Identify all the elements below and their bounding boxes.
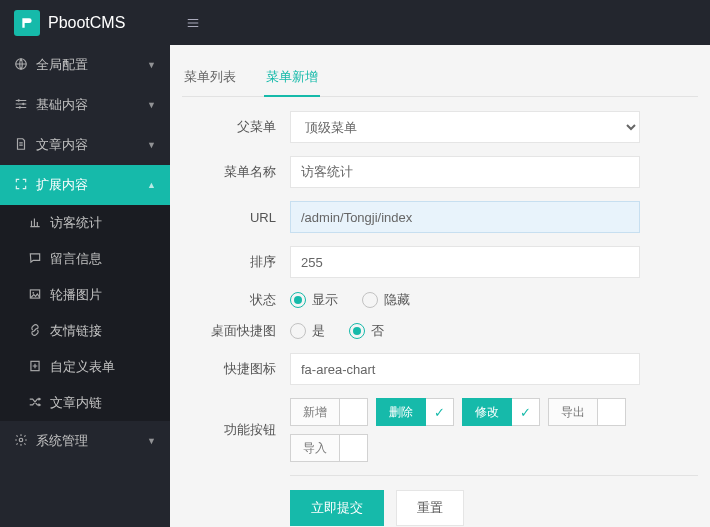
chevron-down-icon: ▼	[147, 140, 156, 150]
sidebar: 全局配置 ▼ 基础内容 ▼ 文章内容 ▼ 扩展内容 ▲ 访客统计 留言信息 轮播…	[0, 45, 170, 527]
check-add[interactable]: 新增	[290, 398, 368, 426]
menu-name-input[interactable]	[290, 156, 640, 188]
sidebar-item-internal-link[interactable]: 文章内链	[0, 385, 170, 421]
brand-name: PbootCMS	[48, 14, 125, 32]
label-action-buttons: 功能按钮	[182, 421, 290, 439]
chevron-down-icon: ▼	[147, 436, 156, 446]
sidebar-item-custom-form[interactable]: 自定义表单	[0, 349, 170, 385]
expand-icon	[14, 177, 28, 194]
check-delete[interactable]: 删除✓	[376, 398, 454, 426]
chevron-up-icon: ▲	[147, 180, 156, 190]
tab-menu-list[interactable]: 菜单列表	[182, 59, 238, 97]
label-icon: 快捷图标	[182, 360, 290, 378]
radio-desktop-yes[interactable]: 是	[290, 322, 325, 340]
url-input[interactable]	[290, 201, 640, 233]
radio-icon	[290, 292, 306, 308]
label-sort: 排序	[182, 253, 290, 271]
check-edit[interactable]: 修改✓	[462, 398, 540, 426]
sidebar-item-article[interactable]: 文章内容 ▼	[0, 125, 170, 165]
tab-menu-add[interactable]: 菜单新增	[264, 59, 320, 97]
sliders-icon	[14, 97, 28, 114]
sidebar-item-links[interactable]: 友情链接	[0, 313, 170, 349]
radio-icon	[349, 323, 365, 339]
tabs: 菜单列表 菜单新增	[182, 59, 698, 97]
message-icon	[28, 251, 42, 268]
image-icon	[28, 287, 42, 304]
label-status: 状态	[182, 291, 290, 309]
radio-desktop-no[interactable]: 否	[349, 322, 384, 340]
globe-icon	[14, 57, 28, 74]
sidebar-item-visitor-stats[interactable]: 访客统计	[0, 205, 170, 241]
sidebar-item-system[interactable]: 系统管理 ▼	[0, 421, 170, 461]
check-icon: ✓	[426, 398, 454, 426]
check-export[interactable]: 导出	[548, 398, 626, 426]
label-url: URL	[182, 210, 290, 225]
check-import[interactable]: 导入	[290, 434, 368, 462]
logo-icon	[14, 10, 40, 36]
check-icon: ✓	[512, 398, 540, 426]
svg-point-1	[18, 99, 20, 101]
header-bar: PbootCMS	[0, 0, 710, 45]
svg-point-2	[22, 102, 24, 104]
shuffle-icon	[28, 395, 42, 412]
sidebar-submenu-extend: 访客统计 留言信息 轮播图片 友情链接 自定义表单 文章内链	[0, 205, 170, 421]
sidebar-item-basic[interactable]: 基础内容 ▼	[0, 85, 170, 125]
parent-select[interactable]: 顶级菜单	[290, 111, 640, 143]
svg-point-3	[19, 106, 21, 108]
gear-icon	[14, 433, 28, 450]
label-parent: 父菜单	[182, 118, 290, 136]
radio-status-show[interactable]: 显示	[290, 291, 338, 309]
sidebar-item-messages[interactable]: 留言信息	[0, 241, 170, 277]
chevron-down-icon: ▼	[147, 60, 156, 70]
link-icon	[28, 323, 42, 340]
radio-icon	[362, 292, 378, 308]
label-menu-name: 菜单名称	[182, 163, 290, 181]
menu-icon	[186, 16, 200, 30]
brand[interactable]: PbootCMS	[0, 0, 170, 45]
sidebar-item-global[interactable]: 全局配置 ▼	[0, 45, 170, 85]
radio-icon	[290, 323, 306, 339]
radio-status-hide[interactable]: 隐藏	[362, 291, 410, 309]
label-desktop: 桌面快捷图	[182, 322, 290, 340]
chevron-down-icon: ▼	[147, 100, 156, 110]
check-icon	[340, 398, 368, 426]
submit-button[interactable]: 立即提交	[290, 490, 384, 526]
sidebar-item-extend[interactable]: 扩展内容 ▲	[0, 165, 170, 205]
action-buttons-group: 新增 删除✓ 修改✓ 导出 导入	[290, 398, 698, 462]
main-content: 菜单列表 菜单新增 父菜单 顶级菜单 菜单名称 URL 排序 状态 显示 隐藏	[170, 45, 710, 527]
check-icon	[340, 434, 368, 462]
icon-input[interactable]	[290, 353, 640, 385]
sidebar-item-carousel[interactable]: 轮播图片	[0, 277, 170, 313]
svg-point-7	[19, 438, 23, 442]
reset-button[interactable]: 重置	[396, 490, 464, 526]
sort-input[interactable]	[290, 246, 640, 278]
doc-icon	[14, 137, 28, 154]
svg-point-5	[32, 291, 34, 293]
chart-icon	[28, 215, 42, 232]
form-icon	[28, 359, 42, 376]
sidebar-toggle[interactable]	[170, 0, 215, 45]
check-icon	[598, 398, 626, 426]
